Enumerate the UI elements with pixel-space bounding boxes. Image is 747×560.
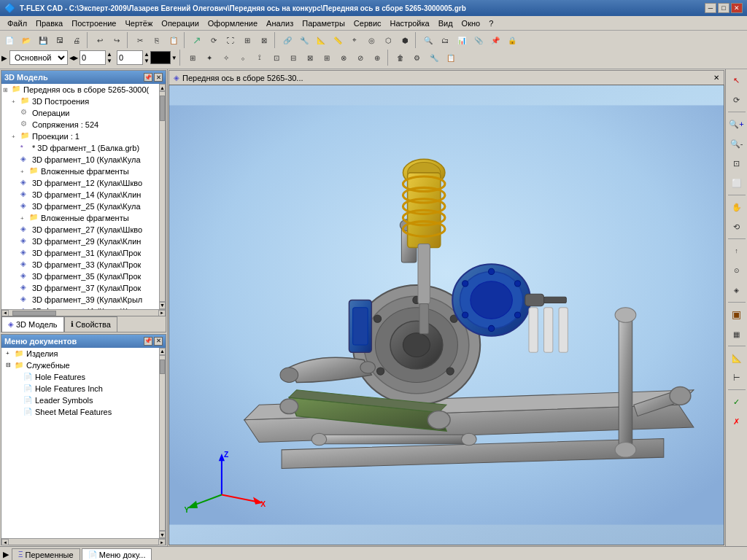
rt-zoom-out[interactable]: 🔍- [727, 134, 746, 153]
maximize-button[interactable]: □ [718, 3, 729, 13]
menu-format[interactable]: Оформление [204, 18, 262, 28]
tree-item[interactable]: +📁Проекции : 1 [1, 131, 159, 142]
tb-c3[interactable]: ✧ [218, 50, 234, 66]
tree-scrollbar[interactable]: ▲ ▼ [159, 84, 166, 309]
tb-save[interactable]: 💾 [35, 32, 51, 48]
scroll-down-btn[interactable]: ▼ [159, 302, 166, 309]
rt-view-front[interactable]: ↑ [727, 241, 746, 260]
tree-item[interactable]: ⊞📁Передняя ось в сборе 5265-3000( [1, 84, 159, 96]
rt-wire[interactable]: ▦ [727, 324, 746, 343]
tb-b3[interactable]: ⛶ [222, 32, 239, 48]
doc-tree-item[interactable]: ⊟📁Служебные [1, 359, 159, 371]
menu-analyze[interactable]: Анализ [262, 18, 298, 28]
tb-c1[interactable]: ⊞ [185, 50, 201, 66]
rt-view-top[interactable]: ⊙ [727, 261, 746, 280]
menu-settings[interactable]: Настройка [386, 18, 434, 28]
tb-b1[interactable]: ↗ [189, 32, 205, 48]
tb-b15[interactable]: 🗂 [437, 32, 453, 48]
panel-pin-btn[interactable]: 📌 [144, 73, 152, 82]
rt-rotate[interactable]: ⟳ [727, 90, 746, 109]
rt-view-iso[interactable]: ◈ [727, 281, 746, 300]
doc-scroll-up[interactable]: ▲ [159, 348, 166, 355]
tree-item[interactable]: +📁Вложенные фрагменты [1, 166, 159, 177]
tb-b17[interactable]: 📎 [471, 32, 487, 48]
close-button[interactable]: ✕ [731, 3, 743, 13]
tree-item[interactable]: ◈3D фрагмент_29 (Кулак\Клин [1, 236, 159, 247]
menu-build[interactable]: Построение [67, 18, 120, 28]
rt-measure[interactable]: 📐 [727, 349, 746, 368]
tab-properties[interactable]: ℹ Свойства [64, 316, 117, 332]
tree-item[interactable]: ◈3D фрагмент_25 (Кулак\Кула [1, 201, 159, 212]
tb-b19[interactable]: 🔒 [504, 32, 520, 48]
tb-c7[interactable]: ⊟ [285, 50, 301, 66]
tree-item[interactable]: ⚙Операции [1, 107, 159, 119]
doc-scroll-left[interactable]: ◄ [1, 539, 9, 545]
panel-close-btn[interactable]: ✕ [154, 73, 163, 82]
doc-tree-item[interactable]: 📄Hole Features [1, 371, 159, 383]
rt-pan[interactable]: ✋ [727, 198, 746, 217]
doc-scroll-right[interactable]: ► [158, 539, 166, 545]
color-arrow[interactable]: ▼ [171, 55, 177, 61]
tb-c12[interactable]: ⊕ [369, 50, 385, 66]
tb-undo[interactable]: ↩ [92, 32, 108, 48]
layer-combo[interactable]: Основной [9, 50, 68, 65]
tree-item[interactable]: +📁Вложенные фрагменты [1, 212, 159, 224]
rt-cancel[interactable]: ✗ [727, 412, 746, 431]
tree-item[interactable]: ◈3D фрагмент_27 (Кулак\Шкво [1, 224, 159, 236]
tb-b2[interactable]: ⟳ [206, 32, 222, 48]
tree-item[interactable]: ◈3D фрагмент_12 (Кулак\Шкво [1, 177, 159, 189]
tree-item[interactable]: ◈3D фрагмент_10 (Кулак\Кула [1, 154, 159, 166]
tb-c9[interactable]: ⊞ [319, 50, 335, 66]
status-expand-btn[interactable]: ▶ [3, 550, 9, 559]
tree-item[interactable]: ◈3D фрагмент_35 (Кулак\Прок [1, 271, 159, 282]
tb-paste[interactable]: 📋 [166, 32, 182, 48]
scroll-thumb[interactable] [160, 96, 165, 121]
tb-copy[interactable]: ⎘ [149, 32, 165, 48]
tb-c16[interactable]: 📋 [443, 50, 459, 66]
rt-zoom-all[interactable]: ⊡ [727, 154, 746, 173]
tree-item[interactable]: ◈3D фрагмент_37 (Кулак\Прок [1, 282, 159, 294]
tb-c13[interactable]: 🗑 [392, 50, 409, 66]
tb-b9[interactable]: 📏 [330, 32, 346, 48]
tb-print[interactable]: 🖨 [69, 32, 85, 48]
doc-scrollbar[interactable]: ▲ ▼ [159, 348, 166, 538]
tb-c14[interactable]: ⚙ [409, 50, 425, 66]
tb-b8[interactable]: 📐 [313, 32, 329, 48]
tb-b7[interactable]: 🔧 [296, 32, 312, 48]
rt-ok[interactable]: ✓ [727, 392, 746, 411]
menu-file[interactable]: Файл [3, 18, 31, 28]
tb-c2[interactable]: ✦ [201, 50, 217, 66]
menu-window[interactable]: Окно [457, 18, 485, 28]
tb-save-all[interactable]: 🖫 [52, 32, 68, 48]
tb-b14[interactable]: 🔍 [420, 32, 436, 48]
scroll-up-btn[interactable]: ▲ [159, 84, 166, 91]
tb-b6[interactable]: 🔗 [279, 32, 295, 48]
minimize-button[interactable]: ─ [705, 3, 716, 13]
menu-params[interactable]: Параметры [298, 18, 349, 28]
tree-item[interactable]: ◈3D фрагмент_39 (Кулак\Крыл [1, 294, 159, 306]
toolbar-num-2[interactable] [117, 50, 143, 65]
status-tab-variables[interactable]: Ξ Переменные [12, 548, 80, 561]
menu-operations[interactable]: Операции [157, 18, 203, 28]
doc-panel-pin-btn[interactable]: 📌 [144, 337, 152, 346]
tree-item[interactable]: ◈3D фрагмент_31 (Кулак\Прок [1, 247, 159, 259]
tb-c10[interactable]: ⊗ [336, 50, 352, 66]
tb-c4[interactable]: ⬦ [235, 50, 251, 66]
menu-edit[interactable]: Правка [31, 18, 67, 28]
menu-draw[interactable]: Чертёж [120, 18, 157, 28]
rt-select[interactable]: ↖ [727, 71, 746, 90]
viewport-close-btn[interactable]: ✕ [713, 74, 719, 82]
tb-b10[interactable]: ⌖ [347, 32, 363, 48]
color-picker[interactable] [150, 51, 171, 64]
viewport-canvas[interactable]: Z X Y [169, 85, 724, 545]
doc-tree-item[interactable]: 📄Hole Features Inch [1, 383, 159, 394]
tb-c6[interactable]: ⊡ [268, 50, 285, 66]
doc-tree-item[interactable]: 📄Leader Symbols [1, 394, 159, 406]
tree-item[interactable]: ** 3D фрагмент_1 (Балка.grb) [1, 142, 159, 154]
tree-item[interactable]: ◈3D фрагмент_14 (Кулак\Клин [1, 189, 159, 201]
tb-b5[interactable]: ⊠ [256, 32, 272, 48]
tb-open[interactable]: 📂 [18, 32, 34, 48]
rt-section[interactable]: ⊢ [727, 368, 746, 387]
tb-redo[interactable]: ↪ [109, 32, 125, 48]
tb-c8[interactable]: ⊠ [302, 50, 318, 66]
